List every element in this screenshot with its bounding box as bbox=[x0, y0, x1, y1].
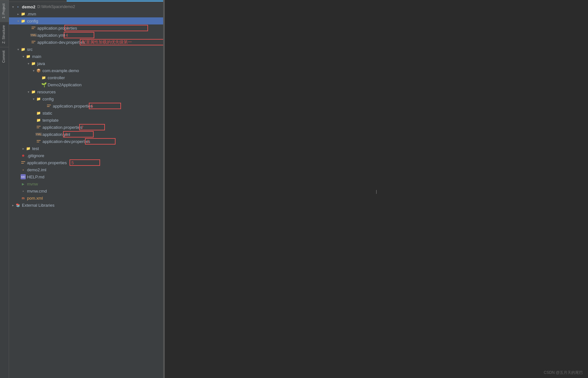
label-java: java bbox=[37, 61, 45, 66]
label-helpmd: HELP.md bbox=[27, 175, 44, 179]
folder-icon-java: 📁 bbox=[31, 61, 36, 66]
module-icon: ▪ bbox=[15, 4, 21, 9]
package-icon-com: 📦 bbox=[36, 68, 41, 73]
label-mvnw: mvnw bbox=[27, 182, 38, 186]
libs-icon: 📚 bbox=[15, 203, 21, 208]
arrow-demo2 bbox=[10, 4, 15, 9]
properties-icon-2 bbox=[46, 104, 51, 108]
label-resources: resources bbox=[37, 90, 56, 94]
label-template: template bbox=[42, 118, 59, 123]
mvnwcmd-icon: ▪ bbox=[21, 188, 26, 194]
properties-icon-dev-1 bbox=[31, 40, 36, 44]
iml-icon: ▪ bbox=[21, 167, 26, 172]
sidebar-tab-commit[interactable]: Commit bbox=[0, 47, 9, 66]
tree-item-resources[interactable]: 📁 resources bbox=[9, 88, 163, 95]
label-static: static bbox=[42, 111, 52, 116]
label-app-yml-1: application.yml bbox=[37, 33, 65, 38]
folder-icon-template: 📁 bbox=[36, 118, 41, 123]
folder-icon-config2: 📁 bbox=[36, 96, 41, 101]
label-config: config bbox=[27, 19, 38, 24]
annotation-priority: 配置属性加载的优先级第一 bbox=[80, 39, 163, 45]
spring-icon: 🌱 bbox=[41, 82, 46, 87]
folder-icon-test: 📁 bbox=[26, 146, 31, 151]
arrow-java bbox=[26, 61, 31, 66]
file-tree[interactable]: ▪ demo2 D:\WorkSpace\demo2 📁 .mvn 📁 conf… bbox=[9, 2, 163, 378]
tree-item-mvnwcmd[interactable]: ▪ mvnw.cmd bbox=[9, 187, 163, 194]
folder-icon-main: 📁 bbox=[26, 54, 31, 59]
folder-icon-src: 📁 bbox=[21, 47, 26, 52]
tree-item-mvn[interactable]: 📁 .mvn bbox=[9, 10, 163, 17]
tree-item-config2[interactable]: 📁 config bbox=[9, 95, 163, 102]
tree-item-gitignore[interactable]: ● .gitignore bbox=[9, 152, 163, 159]
tree-item-ext-libs[interactable]: 📚 External Libraries bbox=[9, 202, 163, 209]
xml-icon: m bbox=[21, 195, 26, 201]
sidebar-tab-project[interactable]: 1: Project bbox=[0, 0, 9, 22]
label-app-dev-2: application-dev.properties bbox=[42, 139, 90, 144]
label-controller: controller bbox=[48, 75, 65, 80]
tree-item-app-dev-props-1[interactable]: application-dev.properties 配置属性加载的优先级第一 bbox=[9, 39, 163, 46]
progress-bar bbox=[67, 0, 163, 2]
side-tabs[interactable]: 1: Project Z: Structure Commit bbox=[0, 0, 9, 378]
folder-icon-resources: 📁 bbox=[31, 89, 36, 94]
tree-item-app-yml-1[interactable]: YML application.yml 4 bbox=[9, 32, 163, 39]
annotation-5: 5 bbox=[70, 159, 100, 166]
label-src: src bbox=[27, 47, 33, 52]
tree-item-test[interactable]: 📁 test bbox=[9, 145, 163, 152]
md-icon: MD bbox=[21, 174, 26, 179]
label-demo2iml: demo2.iml bbox=[27, 167, 46, 172]
properties-icon-3 bbox=[36, 125, 41, 129]
properties-icon-root bbox=[21, 160, 26, 165]
tree-item-config[interactable]: 📁 config bbox=[9, 17, 163, 24]
arrow-com-example bbox=[31, 68, 36, 73]
tree-item-controller[interactable]: 📁 controller bbox=[9, 74, 163, 81]
annotation-7: 7 bbox=[79, 124, 105, 130]
sidebar-tab-structure[interactable]: Z: Structure bbox=[0, 22, 9, 47]
arrow-ext-libs bbox=[10, 203, 15, 208]
editor-cursor: | bbox=[376, 189, 377, 194]
tree-item-java[interactable]: 📁 java bbox=[9, 60, 163, 67]
watermark: CSDN @五月天的尾巴 bbox=[544, 370, 583, 375]
annotation-4: 4 bbox=[64, 32, 94, 38]
arrow-test bbox=[21, 146, 26, 151]
annotation-6: 6 bbox=[89, 103, 121, 109]
label-app-props-2: application.properties bbox=[53, 104, 93, 109]
label-gitignore: .gitignore bbox=[27, 153, 44, 158]
gitignore-icon: ● bbox=[21, 153, 26, 158]
tree-item-app-yml-2[interactable]: YML application.yml 8 bbox=[9, 131, 163, 138]
tree-item-app-props-3[interactable]: application.properties 7 bbox=[9, 124, 163, 131]
tree-item-mvnw[interactable]: ▶ mvnw bbox=[9, 180, 163, 187]
folder-icon-mvn: 📁 bbox=[21, 11, 26, 16]
tree-item-com-example[interactable]: 📦 com.example.demo bbox=[9, 67, 163, 74]
properties-icon-1 bbox=[31, 26, 36, 30]
label-mvnwcmd: mvnw.cmd bbox=[27, 189, 47, 194]
label-app-props-1: application.properties bbox=[37, 26, 77, 31]
label-com-example: com.example.demo bbox=[42, 68, 79, 73]
label-app-props-root: application.properties bbox=[27, 160, 67, 165]
tree-item-demo2app[interactable]: 🌱 Demo2Application bbox=[9, 81, 163, 88]
tree-item-helpmd[interactable]: MD HELP.md bbox=[9, 173, 163, 180]
tree-item-template[interactable]: 📁 template bbox=[9, 117, 163, 124]
tree-item-static[interactable]: 📁 static bbox=[9, 109, 163, 117]
tree-item-demo2iml[interactable]: ▪ demo2.iml bbox=[9, 166, 163, 173]
label-pomxml: pom.xml bbox=[27, 196, 43, 201]
label-app-props-3: application.properties bbox=[42, 125, 82, 130]
tree-item-app-dev-2[interactable]: application-dev.properties 2 bbox=[9, 138, 163, 145]
label-app-dev-1: application-dev.properties bbox=[37, 40, 85, 45]
tree-item-app-props-root[interactable]: application.properties 5 bbox=[9, 159, 163, 166]
yml-icon-2: YML bbox=[36, 132, 41, 137]
tree-item-app-props-1[interactable]: application.properties 3 bbox=[9, 24, 163, 32]
tree-item-main[interactable]: 📁 main bbox=[9, 53, 163, 60]
label-demo2app: Demo2Application bbox=[48, 82, 82, 87]
arrow-resources bbox=[26, 89, 31, 94]
tree-item-src[interactable]: 📁 src bbox=[9, 46, 163, 53]
editor-area: | CSDN @五月天的尾巴 bbox=[165, 0, 588, 378]
tree-item-demo2-root[interactable]: ▪ demo2 D:\WorkSpace\demo2 bbox=[9, 3, 163, 10]
tree-item-pomxml[interactable]: m pom.xml bbox=[9, 194, 163, 202]
arrow-config2 bbox=[31, 96, 36, 101]
tree-item-app-props-2[interactable]: application.properties 6 bbox=[9, 102, 163, 109]
label-main: main bbox=[32, 54, 41, 59]
label-app-yml-2: application.yml bbox=[42, 132, 70, 137]
label-test: test bbox=[32, 146, 39, 151]
package-icon-controller: 📁 bbox=[41, 75, 46, 80]
folder-icon-static: 📁 bbox=[36, 110, 41, 116]
